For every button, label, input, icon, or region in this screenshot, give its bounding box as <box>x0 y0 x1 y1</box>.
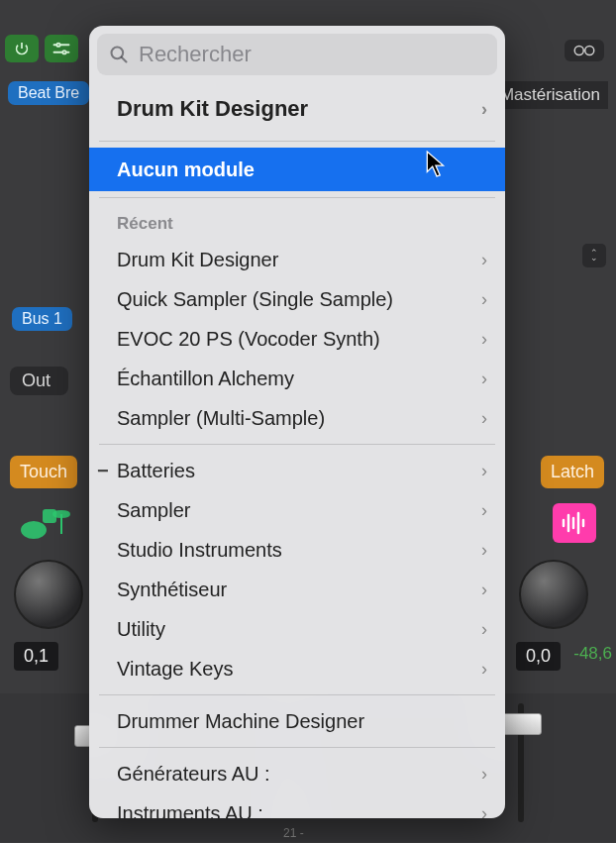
chevron-right-icon: › <box>481 619 487 640</box>
pan-knob-right[interactable] <box>519 560 588 629</box>
menu-item-drummer-designer[interactable]: Drummer Machine Designer <box>89 701 505 741</box>
automation-mode-latch[interactable]: Latch <box>541 456 604 488</box>
db-value: -48,6 <box>573 644 612 664</box>
menu-recent-item[interactable]: EVOC 20 PS (Vocoder Synth) › <box>89 319 505 359</box>
search-bar[interactable] <box>97 34 497 75</box>
menu-recent-item[interactable]: Échantillon Alchemy › <box>89 359 505 398</box>
menu-recent-item[interactable]: Quick Sampler (Single Sample) › <box>89 279 505 319</box>
chevron-right-icon: › <box>481 461 487 481</box>
menu-au-item[interactable]: Générateurs AU : › <box>89 754 505 793</box>
menu-item-label: Instruments AU : <box>117 802 263 819</box>
link-icon <box>572 44 596 57</box>
menu-item-label: Drum Kit Designer <box>117 96 308 122</box>
menu-category-item[interactable]: Sampler › <box>89 490 505 530</box>
menu-category-item[interactable]: Utility › <box>89 609 505 649</box>
menu-item-label: Studio Instruments <box>117 539 282 562</box>
menu-category-item[interactable]: − Batteries › <box>89 451 505 490</box>
beat-break-slot[interactable]: Beat Bre <box>8 81 89 105</box>
svg-point-4 <box>574 47 583 55</box>
mastering-slot[interactable]: Mastérisation <box>492 81 608 109</box>
chevron-right-icon: › <box>481 408 487 429</box>
channel-options-button[interactable]: ⌃ ⌄ <box>582 244 606 267</box>
menu-au-item[interactable]: Instruments AU : › <box>89 793 505 818</box>
ruler-tick: 21 - <box>283 826 304 840</box>
instrument-plugin-menu: Drum Kit Designer › Aucun module Récent … <box>89 26 505 818</box>
svg-point-6 <box>22 522 46 538</box>
menu-item-label: Aucun module <box>117 158 255 181</box>
chevron-right-icon: › <box>481 500 487 521</box>
search-icon <box>109 45 129 64</box>
pan-value-left: 0,1 <box>14 642 58 671</box>
automation-mode-touch[interactable]: Touch <box>10 456 77 488</box>
menu-item-label: Quick Sampler (Single Sample) <box>117 288 393 311</box>
chevron-right-icon: › <box>481 329 487 350</box>
audio-waveform-icon <box>553 503 596 543</box>
stereo-link-button[interactable] <box>565 40 604 61</box>
chevron-right-icon: › <box>481 250 487 270</box>
menu-section-recent: Récent <box>89 204 505 240</box>
menu-item-label: Vintage Keys <box>117 658 234 681</box>
power-button[interactable] <box>5 35 39 62</box>
menu-recent-item[interactable]: Drum Kit Designer › <box>89 240 505 279</box>
chevron-right-icon: › <box>481 369 487 389</box>
menu-category-item[interactable]: Synthétiseur › <box>89 570 505 609</box>
output-slot[interactable]: Out <box>10 367 68 395</box>
menu-item-label: Générateurs AU : <box>117 763 270 786</box>
bus-slot[interactable]: Bus 1 <box>12 307 72 331</box>
menu-item-label: Synthétiseur <box>117 579 227 601</box>
settings-sliders-button[interactable] <box>45 35 78 62</box>
menu-item-label: Utility <box>117 618 165 641</box>
menu-separator <box>99 694 495 695</box>
menu-item-label: Batteries <box>117 460 195 482</box>
menu-separator <box>99 141 495 142</box>
menu-separator <box>99 747 495 748</box>
menu-recent-item[interactable]: Sampler (Multi-Sample) › <box>89 398 505 438</box>
sliders-icon <box>52 42 70 55</box>
menu-item-no-plugin[interactable]: Aucun module <box>89 148 505 191</box>
menu-item-label: Drum Kit Designer <box>117 249 278 271</box>
search-input[interactable] <box>139 42 485 67</box>
menu-current-plugin[interactable]: Drum Kit Designer › <box>89 83 505 135</box>
menu-item-label: Échantillon Alchemy <box>117 368 294 390</box>
chevron-right-icon: › <box>481 803 487 819</box>
menu-item-label: Sampler (Multi-Sample) <box>117 407 325 430</box>
menu-item-label: Sampler <box>117 499 190 522</box>
menu-separator <box>99 197 495 198</box>
drum-kit-icon <box>20 500 71 551</box>
chevron-right-icon: › <box>481 580 487 600</box>
svg-line-16 <box>122 57 127 62</box>
fader-right[interactable] <box>518 703 524 822</box>
chevron-right-icon: › <box>481 659 487 680</box>
pan-value-right: 0,0 <box>516 642 561 671</box>
chevron-right-icon: › <box>481 99 487 120</box>
chevron-right-icon: › <box>481 289 487 310</box>
menu-item-label: Drummer Machine Designer <box>117 710 364 733</box>
menu-item-label: EVOC 20 PS (Vocoder Synth) <box>117 328 380 351</box>
menu-category-item[interactable]: Studio Instruments › <box>89 530 505 570</box>
fader-handle-right[interactable] <box>500 713 542 735</box>
menu-category-item[interactable]: Vintage Keys › <box>89 649 505 688</box>
collapse-marker-icon: − <box>97 460 109 482</box>
svg-point-1 <box>56 44 59 47</box>
chevron-down-icon: ⌄ <box>590 256 598 261</box>
power-icon <box>14 41 30 56</box>
svg-point-3 <box>62 51 65 53</box>
pan-knob-left[interactable] <box>14 560 83 629</box>
menu-separator <box>99 444 495 445</box>
chevron-right-icon: › <box>481 540 487 561</box>
menu-list: Drum Kit Designer › Aucun module Récent … <box>89 83 505 818</box>
svg-point-5 <box>585 47 594 55</box>
chevron-right-icon: › <box>481 764 487 785</box>
